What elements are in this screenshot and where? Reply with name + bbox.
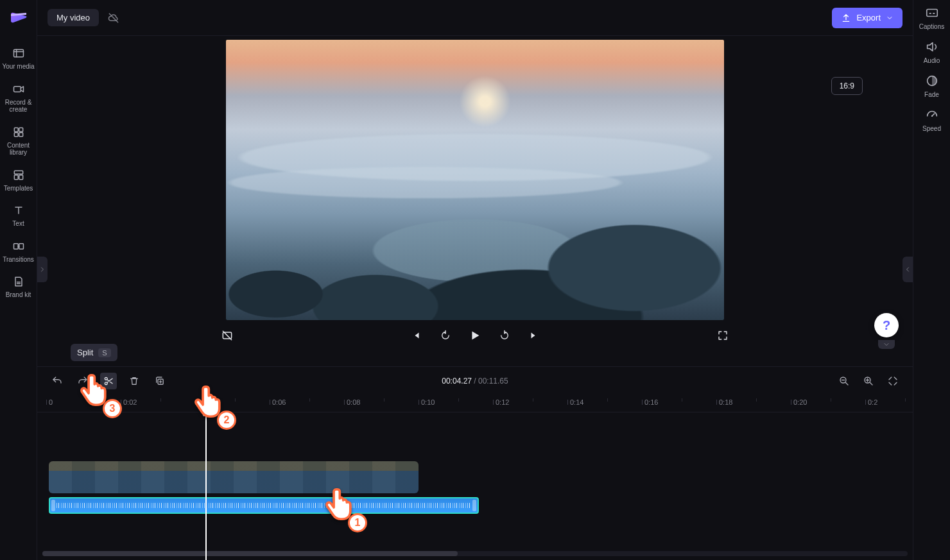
sidebar-label: Record & create — [1, 99, 36, 114]
audio-clip-handle-left[interactable] — [51, 500, 55, 511]
captions-icon — [924, 5, 940, 21]
undo-button[interactable] — [49, 373, 65, 389]
fullscreen-icon — [717, 330, 729, 341]
ruler-tick: 0:08 — [347, 398, 360, 406]
timeline-tracks — [37, 412, 913, 560]
svg-rect-7 — [14, 175, 18, 180]
svg-rect-10 — [19, 243, 23, 248]
delete-button[interactable] — [126, 373, 142, 389]
skip-end-icon — [528, 330, 540, 341]
zoom-in-button[interactable] — [860, 373, 877, 389]
preview-canvas[interactable] — [226, 40, 724, 320]
export-label: Export — [856, 13, 881, 22]
sidebar-label: Audio — [924, 57, 940, 64]
fullscreen-button[interactable] — [714, 327, 732, 344]
playhead[interactable] — [205, 412, 207, 560]
skip-start-icon — [410, 330, 422, 341]
playback-bar — [37, 320, 913, 351]
stage: 16:9 — [37, 36, 913, 560]
sidebar-item-transitions[interactable]: Transitions — [1, 238, 36, 265]
seek-forward-button[interactable] — [496, 327, 514, 344]
ruler-tick: 0:02 — [123, 398, 137, 406]
sidebar-item-speed[interactable]: Speed — [915, 107, 949, 132]
skip-start-button[interactable] — [407, 327, 425, 344]
play-button[interactable] — [466, 327, 484, 344]
sidebar-item-your-media[interactable]: Your media — [1, 45, 36, 72]
help-button[interactable]: ? — [874, 313, 899, 337]
seek-back-button[interactable] — [436, 327, 454, 344]
transitions-icon — [12, 239, 26, 253]
audio-clip[interactable] — [49, 497, 479, 514]
play-icon — [468, 328, 482, 343]
total-time: 00:11.65 — [478, 377, 508, 386]
svg-rect-8 — [19, 175, 22, 180]
your-media-icon — [12, 46, 26, 60]
templates-icon — [12, 168, 26, 182]
sidebar-item-captions[interactable]: Captions — [915, 5, 949, 30]
preview-frame-image — [226, 40, 724, 320]
ruler-tick: 0:2 — [868, 398, 877, 406]
zoom-out-button[interactable] — [836, 373, 852, 389]
chevron-down-icon — [883, 341, 890, 348]
project-title-input[interactable]: My video — [48, 9, 99, 26]
text-icon — [12, 203, 26, 217]
skip-end-button[interactable] — [525, 327, 543, 344]
current-time: 00:04.27 — [442, 377, 472, 386]
export-button[interactable]: Export — [832, 8, 902, 28]
help-collapse[interactable] — [878, 340, 895, 349]
chevron-down-icon — [886, 14, 894, 22]
zoom-in-icon — [863, 375, 874, 387]
audio-icon — [924, 39, 940, 55]
timeline-scrollbar-thumb[interactable] — [42, 551, 458, 556]
svg-rect-6 — [14, 171, 22, 174]
speed-icon — [924, 107, 940, 123]
sidebar-item-content-library[interactable]: Content library — [1, 124, 36, 158]
fade-icon — [924, 73, 940, 89]
svg-rect-2 — [14, 128, 18, 132]
sidebar-item-record-create[interactable]: Record & create — [1, 81, 36, 115]
ruler-tick: 0:18 — [719, 398, 732, 406]
timeline-ruler[interactable]: 00:020:040:060:080:100:120:140:160:180:2… — [37, 395, 913, 412]
svg-rect-0 — [13, 49, 23, 57]
duplicate-icon — [154, 375, 166, 387]
clipchamp-logo — [5, 5, 32, 32]
seek-back-icon — [440, 330, 451, 341]
video-clip[interactable] — [49, 461, 419, 493]
sidebar-item-brand-kit[interactable]: Brand kit — [1, 273, 36, 300]
sidebar-left: Your media Record & create Content libra… — [0, 0, 37, 560]
safe-zone-toggle[interactable] — [218, 327, 236, 344]
cloud-sync-off-icon[interactable] — [107, 11, 121, 25]
sidebar-item-audio[interactable]: Audio — [915, 39, 949, 64]
sidebar-left-expand[interactable] — [37, 257, 48, 282]
sidebar-item-templates[interactable]: Templates — [1, 167, 36, 194]
ruler-tick: 0:10 — [421, 398, 435, 406]
sidebar-right-expand[interactable] — [902, 257, 913, 282]
zoom-out-icon — [838, 375, 850, 387]
sidebar-right: Captions Audio Fade Speed — [913, 0, 950, 560]
ruler-tick: 0:16 — [644, 398, 658, 406]
audio-clip-handle-right[interactable] — [472, 500, 476, 511]
redo-icon — [77, 375, 89, 387]
zoom-fit-icon — [887, 375, 899, 387]
split-button[interactable] — [100, 373, 117, 389]
redo-button[interactable] — [74, 373, 91, 389]
timeline[interactable]: 00:020:040:060:080:100:120:140:160:180:2… — [37, 395, 913, 560]
video-clip-thumbnails — [49, 461, 419, 493]
sidebar-label: Fade — [924, 91, 939, 98]
sidebar-item-fade[interactable]: Fade — [915, 73, 949, 98]
trash-icon — [128, 375, 140, 387]
ruler-tick: 0:14 — [570, 398, 583, 406]
sidebar-label: Text — [12, 220, 24, 228]
sidebar-item-text[interactable]: Text — [1, 202, 36, 229]
duplicate-button[interactable] — [151, 373, 168, 389]
svg-point-13 — [931, 115, 932, 117]
timeline-scrollbar[interactable] — [42, 551, 908, 556]
sidebar-label: Templates — [4, 185, 33, 192]
ruler-tick: 0:06 — [272, 398, 286, 406]
svg-rect-3 — [19, 128, 22, 132]
topbar: My video Export — [37, 0, 913, 36]
ruler-tick: 0:04 — [198, 398, 211, 406]
svg-rect-11 — [926, 10, 937, 17]
zoom-fit-button[interactable] — [885, 373, 901, 389]
aspect-ratio-selector[interactable]: 16:9 — [831, 77, 863, 95]
